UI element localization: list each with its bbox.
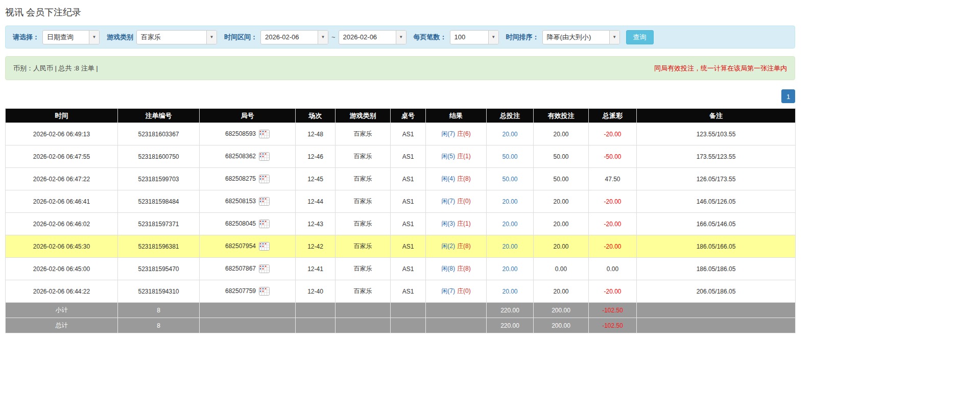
column-header: 局号 [200, 109, 296, 123]
result-banker: 庄(0) [457, 287, 471, 295]
cell-result: 闲(2)庄(8) [426, 235, 487, 258]
column-header: 总派彩 [589, 109, 637, 123]
cell-result: 闲(7)庄(0) [426, 280, 487, 303]
cell-session: 12-45 [296, 168, 336, 190]
table-row: 2026-02-06 06:47:55 523181600750 6825083… [6, 145, 796, 168]
total-bet-link[interactable]: 20.00 [502, 221, 517, 228]
cell-session: 12-44 [296, 190, 336, 213]
cell-round-id: 682507759 [200, 280, 296, 303]
cell-remark: 173.55/123.55 [637, 145, 796, 168]
table-row: 2026-02-06 06:44:22 523181594310 6825077… [6, 280, 796, 303]
total-bet-link[interactable]: 20.00 [502, 131, 517, 138]
result-player: 闲(2) [441, 242, 455, 250]
result-player: 闲(8) [441, 265, 455, 272]
info-bar: 币别：人民币 | 总共 :8 注单 | 同局有效投注，统一计算在该局第一张注单内 [5, 56, 795, 80]
page-title: 视讯 会员下注纪录 [5, 6, 795, 18]
column-header: 备注 [637, 109, 796, 123]
cell-payout: -20.00 [589, 123, 637, 145]
date-to-combobox[interactable]: 2026-02-06 ▼ [339, 30, 407, 44]
cell-payout: 47.50 [589, 168, 637, 190]
cell-game-type: 百家乐 [336, 123, 391, 145]
table-row: 2026-02-06 06:49:13 523181603367 6825085… [6, 123, 796, 145]
round-id-text: 682507954 [225, 242, 256, 250]
roadmap-icon[interactable] [259, 175, 270, 183]
cell-total-bet: 20.00 [487, 123, 534, 145]
cell-bet-id: 523181595470 [118, 258, 200, 280]
footer-empty-cell [200, 303, 296, 318]
column-header: 游戏类别 [336, 109, 391, 123]
search-button[interactable]: 查询 [626, 30, 654, 44]
table-footer-row: 总计 8 220.00 200.00 -102.50 [6, 318, 796, 333]
cell-game-type: 百家乐 [336, 280, 391, 303]
footer-count: 8 [118, 318, 200, 333]
date-query-combobox[interactable]: 日期查询 ▼ [42, 30, 100, 44]
total-bet-link[interactable]: 20.00 [502, 265, 517, 273]
cell-table-no: AS1 [391, 168, 426, 190]
total-bet-link[interactable]: 20.00 [502, 243, 517, 250]
cell-valid-bet: 20.00 [534, 280, 589, 303]
total-bet-link[interactable]: 50.00 [502, 153, 517, 160]
roadmap-icon[interactable] [259, 152, 270, 161]
cell-total-bet: 20.00 [487, 235, 534, 258]
chevron-down-icon[interactable]: ▼ [488, 31, 498, 44]
cell-total-bet: 50.00 [487, 145, 534, 168]
cell-session: 12-43 [296, 213, 336, 235]
notice-text: 同局有效投注，统一计算在该局第一张注单内 [654, 64, 787, 73]
cell-remark: 123.55/103.55 [637, 123, 796, 145]
footer-empty-cell [391, 303, 426, 318]
cell-time: 2026-02-06 06:46:02 [6, 213, 118, 235]
records-table: 时间注单编号局号场次游戏类别桌号结果总投注有效投注总派彩备注 2026-02-0… [5, 108, 796, 333]
cell-remark: 166.05/146.05 [637, 213, 796, 235]
filter-label-select: 请选择： [13, 33, 39, 42]
roadmap-icon[interactable] [259, 287, 270, 296]
table-row: 2026-02-06 06:46:41 523181598484 6825081… [6, 190, 796, 213]
filter-label-game-type: 游戏类别 [107, 33, 133, 42]
chevron-down-icon[interactable]: ▼ [318, 31, 328, 44]
round-id-text: 682508593 [225, 130, 256, 137]
chevron-down-icon[interactable]: ▼ [609, 31, 619, 44]
cell-table-no: AS1 [391, 258, 426, 280]
page-button-1[interactable]: 1 [781, 89, 795, 103]
cell-total-bet: 20.00 [487, 280, 534, 303]
total-bet-link[interactable]: 20.00 [502, 198, 517, 205]
filter-label-sort: 时间排序： [506, 33, 539, 42]
round-id-text: 682508362 [225, 153, 256, 160]
page-size-combobox[interactable]: 100 ▼ [450, 30, 499, 44]
page: 视讯 会员下注纪录 请选择： 日期查询 ▼ 游戏类别 百家乐 ▼ 时间区间： 2… [5, 0, 795, 333]
roadmap-icon[interactable] [259, 220, 270, 228]
cell-game-type: 百家乐 [336, 258, 391, 280]
cell-round-id: 682508045 [200, 213, 296, 235]
game-type-combobox[interactable]: 百家乐 ▼ [136, 30, 217, 44]
footer-empty-cell [637, 318, 796, 333]
sort-order-combobox[interactable]: 降幂(由大到小) ▼ [542, 30, 620, 44]
cell-session: 12-48 [296, 123, 336, 145]
cell-table-no: AS1 [391, 280, 426, 303]
roadmap-icon[interactable] [259, 130, 270, 138]
filter-label-time-range: 时间区间： [224, 33, 257, 42]
cell-result: 闲(8)庄(8) [426, 258, 487, 280]
filter-label-page-size: 每页笔数： [414, 33, 447, 42]
result-player: 闲(5) [441, 153, 455, 160]
roadmap-icon[interactable] [259, 264, 270, 273]
cell-valid-bet: 20.00 [534, 190, 589, 213]
roadmap-icon[interactable] [259, 197, 270, 206]
column-header: 桌号 [391, 109, 426, 123]
table-header-row: 时间注单编号局号场次游戏类别桌号结果总投注有效投注总派彩备注 [6, 109, 796, 123]
table-row: 2026-02-06 06:46:02 523181597371 6825080… [6, 213, 796, 235]
date-from-combobox[interactable]: 2026-02-06 ▼ [260, 30, 328, 44]
chevron-down-icon[interactable]: ▼ [89, 31, 99, 44]
footer-valid-bet: 200.00 [534, 318, 589, 333]
table-row: 2026-02-06 06:45:30 523181596381 6825079… [6, 235, 796, 258]
chevron-down-icon[interactable]: ▼ [396, 31, 406, 44]
cell-game-type: 百家乐 [336, 190, 391, 213]
cell-table-no: AS1 [391, 145, 426, 168]
chevron-down-icon[interactable]: ▼ [206, 31, 217, 44]
roadmap-icon[interactable] [259, 242, 270, 251]
total-bet-link[interactable]: 20.00 [502, 288, 517, 295]
total-bet-link[interactable]: 50.00 [502, 176, 517, 183]
result-banker: 庄(1) [457, 153, 471, 160]
cell-round-id: 682507867 [200, 258, 296, 280]
cell-payout: -20.00 [589, 213, 637, 235]
cell-bet-id: 523181600750 [118, 145, 200, 168]
cell-total-bet: 20.00 [487, 213, 534, 235]
